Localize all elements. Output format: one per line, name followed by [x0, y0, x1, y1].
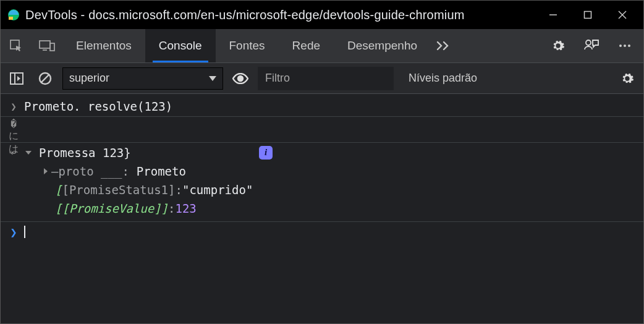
status-value: "cumprido"	[182, 183, 253, 197]
panel-tabs: Elementos Console Fontes Rede Desempenho	[62, 29, 431, 62]
context-selector[interactable]: superior	[62, 67, 223, 90]
svg-line-18	[41, 75, 49, 82]
console-prompt[interactable]: ❯	[1, 221, 643, 241]
settings-gear-icon[interactable]	[543, 29, 573, 63]
svg-rect-9	[50, 43, 54, 51]
status-sep: :	[175, 183, 182, 197]
svg-point-20	[238, 76, 243, 81]
tab-sources[interactable]: Fontes	[216, 29, 279, 62]
window-controls	[536, 1, 640, 29]
tab-elements[interactable]: Elementos	[62, 29, 145, 62]
prompt-caret-icon: ❯	[7, 225, 20, 239]
input-caret-icon: ❯	[7, 101, 20, 113]
main-toolbar: Elementos Console Fontes Rede Desempenho	[1, 29, 643, 63]
svg-rect-3	[585, 12, 591, 19]
tab-network[interactable]: Rede	[279, 29, 334, 62]
console-toolbar: superior Níveis padrão	[1, 63, 643, 94]
tab-label: Elementos	[76, 39, 132, 53]
close-button[interactable]	[605, 1, 640, 29]
svg-marker-19	[209, 76, 216, 81]
log-levels-label: Níveis padrão	[409, 72, 477, 84]
proto-value: Prometo	[137, 164, 186, 178]
tab-performance[interactable]: Desempenho	[334, 29, 431, 62]
sidebar-toggle-icon[interactable]	[6, 67, 28, 90]
status-key: [PromiseStatus1]	[62, 183, 175, 197]
expand-proto-icon[interactable]	[44, 168, 48, 174]
svg-point-11	[619, 45, 622, 47]
minimize-button[interactable]	[536, 1, 570, 29]
svg-marker-16	[17, 76, 20, 81]
expand-toggle-icon[interactable]	[25, 151, 32, 155]
tab-label: Fontes	[229, 39, 265, 53]
app-icon	[7, 8, 20, 22]
console-input-row[interactable]: ❯ Prometo. resolve(123)	[1, 96, 643, 116]
live-expression-icon[interactable]	[229, 67, 252, 90]
clear-console-icon[interactable]	[34, 67, 56, 90]
console-input-text: Prometo. resolve(123)	[20, 100, 172, 113]
promise-value-row: [[PromiseValue]] : 123	[1, 199, 643, 218]
tab-label: Desempenho	[347, 39, 417, 53]
proto-row[interactable]: —proto ___: Prometo	[1, 162, 643, 181]
info-badge-icon[interactable]: i	[259, 146, 273, 160]
text-cursor	[24, 226, 25, 238]
console-result-row[interactable]: ↩ Promessa 123} i	[1, 142, 643, 162]
result-summary: Promessa 123}	[35, 146, 131, 160]
value-sep: :	[168, 202, 175, 215]
svg-rect-14	[11, 73, 23, 84]
more-menu-icon[interactable]	[610, 29, 640, 63]
value-number: 123	[175, 202, 196, 215]
maximize-button[interactable]	[570, 1, 605, 29]
svg-point-13	[628, 45, 630, 47]
svg-point-10	[586, 40, 591, 45]
proto-key: —proto ___:	[51, 164, 129, 178]
titlebar: DevTools - docs.microsoft.com/en-us/micr…	[1, 1, 643, 29]
inspect-icon[interactable]	[1, 29, 32, 62]
filter-input[interactable]	[258, 67, 394, 90]
svg-rect-1	[9, 17, 13, 20]
log-levels[interactable]: Níveis padrão	[400, 72, 610, 85]
window-title: DevTools - docs.microsoft.com/en-us/micr…	[25, 8, 531, 22]
more-tabs-icon[interactable]	[431, 29, 455, 62]
tab-console[interactable]: Console	[145, 29, 216, 62]
context-value: superior	[69, 72, 109, 85]
bracket-open: [	[55, 183, 62, 197]
value-key: [[PromiseValue]]	[55, 202, 168, 215]
result-marker-icon: ↩	[7, 147, 20, 158]
svg-point-12	[624, 45, 626, 47]
tab-label: Console	[159, 39, 202, 53]
promise-status-row: [ [PromiseStatus1] : "cumprido"	[1, 181, 643, 199]
console-body: ↩ Promessa 123} i —proto ___: Prometo [ …	[1, 140, 643, 244]
device-toggle-icon[interactable]	[32, 29, 62, 62]
console-settings-icon[interactable]	[616, 67, 638, 90]
feedback-icon[interactable]	[577, 29, 606, 63]
tab-label: Rede	[292, 39, 320, 53]
dropdown-caret-icon	[209, 72, 216, 85]
toolbar-right	[543, 29, 643, 62]
svg-rect-7	[40, 41, 50, 48]
